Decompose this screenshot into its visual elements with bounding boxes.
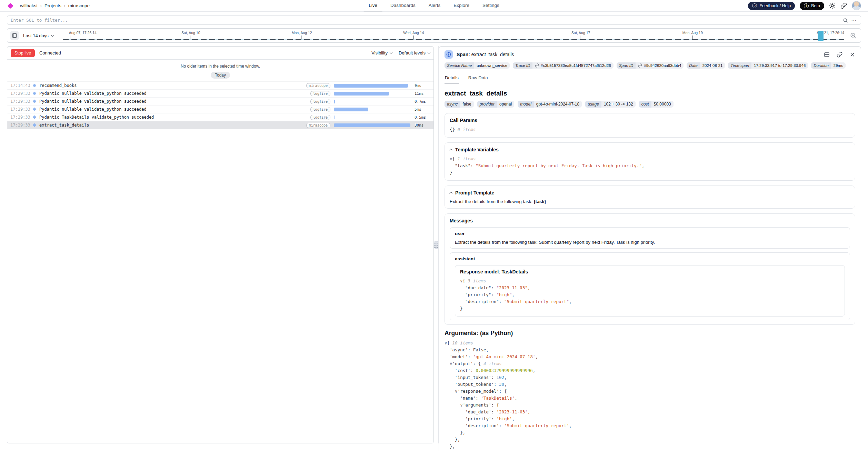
span-row[interactable]: 17:29:33 Pydantic nullable validate_pyth…	[7, 90, 433, 98]
attr-pill: async false	[445, 101, 474, 108]
arguments-python-code: ∨{ 10 items 'async': False, 'model': 'gp…	[445, 340, 855, 451]
link-icon[interactable]	[535, 63, 539, 68]
span-timestamp: 17:29:33	[10, 107, 32, 112]
nav-tab[interactable]: Settings	[477, 0, 505, 11]
timeline-tick-label: Sat, Aug 17	[571, 31, 590, 35]
attr-pill-value: gpt-4o-mini-2024-07-18	[534, 101, 582, 108]
duration-label: 0.7ms	[415, 99, 430, 104]
timeline-track[interactable]: Aug 07, 17:26:14 Sat, Aug 10 Mon, Aug 12…	[63, 29, 844, 42]
duration-bar	[334, 116, 335, 119]
span-row[interactable]: 17:29:33 Pydantic nullable validate_pyth…	[7, 106, 433, 113]
empty-window-message: No older items in the selected time wind…	[7, 64, 433, 69]
prompt-template-toggle[interactable]: Prompt Template	[450, 190, 850, 196]
span-row[interactable]: 17:29:33 extract_task_details mirascope …	[7, 121, 433, 129]
call-params-title: Call Params	[450, 118, 850, 123]
panel-resize-handle[interactable]	[434, 241, 438, 249]
panel-splitter	[434, 46, 439, 443]
span-rows: 17:14:43 recommend_books mirascope 9ms 1…	[7, 81, 433, 129]
breadcrumb-item[interactable]: mirascope	[68, 3, 90, 8]
timeline-selection[interactable]	[818, 31, 824, 41]
beta-button[interactable]: i Beta	[800, 2, 824, 10]
timeline-tick-label: Aug 07, 17:26:14	[69, 31, 97, 35]
time-range-dropdown[interactable]: Last 14 days	[23, 33, 53, 38]
messages-card: Messages user Extract the details from t…	[445, 213, 855, 325]
timeline-tick: Mon, Aug 12	[292, 31, 312, 40]
span-label: Pydantic nullable validate_python succee…	[39, 91, 310, 96]
user-avatar[interactable]	[852, 1, 861, 10]
dock-panel-icon[interactable]	[824, 52, 830, 58]
timeline-tick-label: Mon, Aug 12	[292, 31, 312, 35]
connection-status: Connected	[39, 50, 61, 56]
feedback-help-button[interactable]: ? Feedback / Help	[748, 2, 795, 10]
meta-pill-text: 29ms	[834, 63, 843, 68]
breadcrumb-separator: ›	[64, 3, 66, 8]
attr-pill-value: false	[460, 101, 473, 108]
info-circle-icon: i	[804, 3, 809, 8]
default-levels-dropdown[interactable]: Default levels	[399, 50, 430, 56]
search-icon[interactable]	[843, 18, 848, 23]
stop-live-button[interactable]: Stop live	[11, 49, 35, 57]
visibility-dropdown[interactable]: Visibility	[371, 50, 392, 56]
share-link-icon[interactable]	[840, 2, 847, 9]
sql-filter-input[interactable]	[7, 16, 861, 25]
duration-label: 9ms	[415, 83, 430, 88]
attr-pill-label: cost	[639, 101, 651, 108]
nav-tab[interactable]: Alerts	[423, 0, 446, 11]
meta-pill-text: #9c942620aa93dbb4	[644, 63, 681, 68]
timeline-tick-label: Mon, Aug 19	[682, 31, 703, 35]
sidebar-toggle-button[interactable]	[10, 31, 19, 40]
meta-pill-value: 29ms	[831, 62, 846, 69]
meta-pill: Span ID #9c942620aa93dbb4	[617, 62, 684, 69]
attr-pill-value: 102 + 30 -> 132	[601, 101, 636, 108]
meta-pill: Date 2024-08-21	[687, 62, 725, 69]
timeline-bar: Last 14 days Aug 07, 17:26:14 Sat, Aug 1…	[7, 28, 861, 43]
breadcrumb-item[interactable]: willbakst	[20, 3, 38, 8]
meta-pill-label: Time span	[728, 62, 751, 69]
span-timestamp: 17:29:33	[10, 123, 32, 128]
span-label: recommend_books	[39, 83, 306, 88]
duration-bar-track	[334, 116, 410, 119]
timeline-tick: Sat, Aug 17	[571, 31, 590, 40]
span-meta-row: Service Name unknown_service Trace ID	[439, 62, 861, 73]
collapse-icon	[449, 192, 453, 195]
attr-pill: provider openai	[477, 101, 514, 108]
nav-tab[interactable]: Live	[363, 0, 382, 11]
chevron-down-icon	[390, 51, 392, 54]
meta-pill-value: 2024-08-21	[700, 62, 725, 69]
detail-tab[interactable]: Details	[445, 73, 459, 83]
response-model-title: Response model: TaskDetails	[460, 269, 840, 274]
zoom-in-icon[interactable]	[850, 32, 857, 39]
more-options-icon[interactable]: ⋯	[851, 18, 857, 23]
duration-bar	[334, 84, 408, 88]
question-icon: ?	[752, 3, 757, 8]
span-label: extract_task_details	[39, 123, 306, 128]
span-row[interactable]: 17:29:33 Pydantic TaskDetails validate_p…	[7, 113, 433, 121]
copy-link-icon[interactable]	[837, 52, 842, 58]
duration-bar	[334, 123, 410, 127]
span-label: Pydantic nullable validate_python succee…	[39, 107, 310, 112]
attr-pill: usage 102 + 30 -> 132	[585, 101, 635, 108]
close-icon[interactable]	[849, 52, 855, 58]
link-icon[interactable]	[638, 63, 642, 68]
meta-pill-label: Service Name	[445, 62, 474, 69]
meta-pill-text: 2024-08-21	[702, 63, 723, 68]
duration-bar	[334, 100, 335, 103]
detail-tab[interactable]: Raw Data	[468, 73, 488, 83]
span-timestamp: 17:29:33	[10, 91, 32, 96]
template-variables-card: Template Variables ∨{ 1 items "task": "S…	[445, 142, 855, 181]
scope-tag: logfire	[310, 107, 330, 112]
nav-tab[interactable]: Dashboards	[385, 0, 421, 11]
template-variables-toggle[interactable]: Template Variables	[450, 147, 850, 152]
duration-label: 11ms	[415, 91, 430, 96]
attr-pill-value: $0.00003	[651, 101, 674, 108]
nav-tab[interactable]: Explore	[448, 0, 475, 11]
timeline-tick: Aug 07, 17:26:14	[69, 31, 97, 40]
span-row[interactable]: 17:29:33 Pydantic nullable validate_pyth…	[7, 98, 433, 106]
span-row[interactable]: 17:14:43 recommend_books mirascope 9ms	[7, 82, 433, 90]
attr-pill-label: model	[518, 101, 534, 108]
duration-bar	[334, 108, 368, 111]
theme-toggle-icon[interactable]	[829, 2, 836, 9]
span-attributes-row: async false provider openai	[445, 101, 855, 108]
logfire-logo-icon[interactable]	[8, 3, 13, 9]
breadcrumb-item[interactable]: Projects	[44, 3, 61, 8]
